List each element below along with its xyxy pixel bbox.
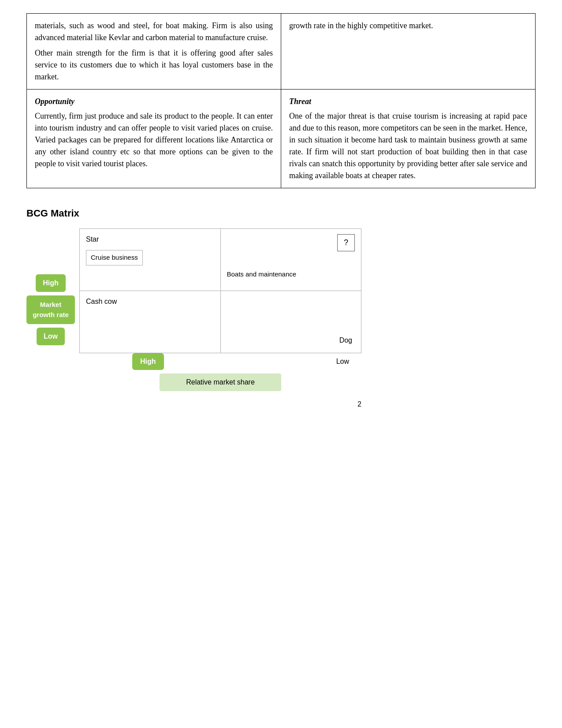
swot-table: materials, such as wood and steel, for b… (26, 13, 536, 188)
bcg-title: BCG Matrix (26, 206, 536, 220)
swot-threat-cell: Threat One of the major threat is that c… (281, 90, 536, 188)
bcg-y-high: High (36, 274, 66, 292)
bcg-x-highlow-row: High Low (79, 353, 361, 370)
bcg-cashcow-label: Cash cow (86, 296, 214, 307)
bcg-y-axis: High Market growth rate Low (26, 228, 75, 391)
bcg-y-label: Market growth rate (26, 295, 75, 324)
bcg-cell-question: ? Boats and maintenance (221, 229, 361, 291)
threat-label: Threat (289, 96, 527, 108)
bcg-cell-star: Star Cruise business (80, 229, 221, 291)
bcg-x-label: Relative market share (160, 373, 281, 391)
bcg-wrapper: High Market growth rate Low Star Cruise … (26, 228, 361, 391)
bcg-cruise-label: Cruise business (86, 250, 143, 265)
bcg-grid: Star Cruise business ? Boats and mainten… (79, 228, 361, 353)
swot-top-right: growth rate in the highly competitive ma… (281, 14, 536, 90)
bcg-cell-cashcow: Cash cow (80, 291, 221, 353)
swot-top-left-text2: Other main strength for the firm is that… (35, 47, 273, 83)
threat-text: One of the major threat is that cruise t… (289, 110, 527, 182)
bcg-question-mark: ? (337, 234, 355, 251)
bcg-x-label-wrap: Relative market share (79, 373, 361, 391)
swot-top-left-text1: materials, such as wood and steel, for b… (35, 20, 273, 44)
bcg-x-axis: High Low Relative market share (79, 353, 361, 391)
bcg-row-top: Star Cruise business ? Boats and mainten… (80, 229, 361, 291)
swot-opportunity-cell: Opportunity Currently, firm just produce… (27, 90, 281, 188)
page-number: 2 (26, 399, 361, 410)
bcg-star-label: Star (86, 234, 214, 245)
bcg-y-low: Low (37, 328, 65, 345)
bcg-x-high: High (132, 353, 164, 370)
bcg-cell-dog: Dog (221, 291, 361, 353)
opportunity-text: Currently, firm just produce and sale it… (35, 110, 273, 170)
bcg-section: BCG Matrix High Market growth rate Low S… (26, 206, 536, 410)
bcg-boats-label: Boats and maintenance (227, 270, 297, 278)
opportunity-label: Opportunity (35, 96, 273, 108)
swot-top-left: materials, such as wood and steel, for b… (27, 14, 281, 90)
swot-top-right-text1: growth rate in the highly competitive ma… (289, 20, 527, 32)
bcg-dog-label: Dog (339, 335, 352, 346)
bcg-row-bottom: Cash cow Dog (80, 291, 361, 353)
bcg-x-low: Low (328, 353, 357, 370)
